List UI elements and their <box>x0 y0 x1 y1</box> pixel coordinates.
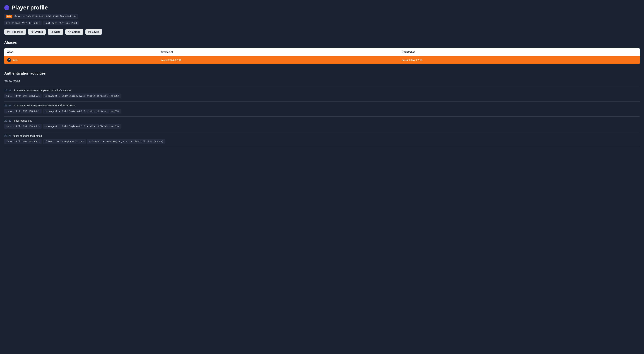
svg-marker-1 <box>31 31 33 33</box>
registered-chip: Registered 24th Jul 2024 <box>4 20 42 25</box>
activity-description: tudor changed their email <box>14 135 42 137</box>
save-icon <box>88 30 91 33</box>
activity-meta-chip: oldEmail = tudor@trytalo.com <box>43 139 86 144</box>
activity-description: tudor logged out <box>14 119 32 122</box>
alias-created: 24 Jul 2024, 22:16 <box>158 56 399 64</box>
activity-time: 20:28 <box>4 119 11 122</box>
activity-meta-chip: ip = ::ffff:192.168.65.1 <box>4 94 42 98</box>
page-title: Player profile <box>12 4 48 11</box>
properties-button[interactable]: Properties <box>4 29 26 35</box>
player-id-chip: DEV Player = 30646727-744d-44b0-8168-f90… <box>4 14 78 19</box>
activity-meta-chip: ip = ::ffff:192.168.65.1 <box>4 124 42 129</box>
stats-label: Stats <box>54 30 60 33</box>
auth-activities-title: Authentication activities <box>4 71 640 75</box>
activity-time: 20:28 <box>4 89 11 92</box>
activity-date-heading: 25 Jul 2024 <box>4 80 640 83</box>
properties-label: Properties <box>11 30 23 33</box>
back-button[interactable]: ← <box>4 5 9 10</box>
talo-icon: T <box>7 58 11 62</box>
alias-name: tudor <box>12 59 18 61</box>
stats-button[interactable]: Stats <box>48 29 63 35</box>
trophy-icon <box>68 30 71 33</box>
activity-time: 20:26 <box>4 135 11 137</box>
events-label: Events <box>34 30 43 33</box>
aliases-title: Aliases <box>4 40 640 44</box>
activity-meta-chip: userAgent = GodotEngine/4.2.1.stable.off… <box>43 94 121 98</box>
lightning-icon <box>31 30 34 33</box>
alias-updated: 24 Jul 2024, 22:16 <box>399 56 640 64</box>
activity-meta-chip: ip = ::ffff:192.168.65.1 <box>4 139 42 144</box>
gear-icon <box>7 30 10 33</box>
player-id-value: Player = 30646727-744d-44b0-8168-f90d936… <box>14 15 76 18</box>
activity-item: 20:26tudor changed their emailip = ::fff… <box>4 132 640 147</box>
aliases-table: Alias Created at Updated at Ttudor24 Jul… <box>4 48 640 64</box>
entries-button[interactable]: Entries <box>65 29 83 35</box>
activity-meta-chip: userAgent = GodotEngine/4.2.1.stable.off… <box>87 139 165 144</box>
saves-label: Saves <box>92 30 99 33</box>
activity-description: A password reset request was made for tu… <box>14 104 75 107</box>
activity-description: A password reset was completed for tudor… <box>14 89 71 92</box>
col-updated: Updated at <box>399 48 640 56</box>
events-button[interactable]: Events <box>28 29 46 35</box>
entries-label: Entries <box>72 30 80 33</box>
last-seen-chip: Last seen 25th Jul 2024 <box>43 20 79 25</box>
arrow-left-icon: ← <box>5 6 8 9</box>
activity-meta-chip: ip = ::ffff:192.168.65.1 <box>4 109 42 114</box>
activity-meta-chip: userAgent = GodotEngine/4.2.1.stable.off… <box>43 124 121 129</box>
activity-item: 20:28A password reset was completed for … <box>4 86 640 101</box>
activity-item: 20:28tudor logged outip = ::ffff:192.168… <box>4 117 640 132</box>
col-alias: Alias <box>4 48 158 56</box>
saves-button[interactable]: Saves <box>86 29 102 35</box>
col-created: Created at <box>158 48 399 56</box>
svg-point-0 <box>8 31 9 32</box>
activity-item: 20:28A password reset request was made f… <box>4 101 640 117</box>
activity-meta-chip: userAgent = GodotEngine/4.2.1.stable.off… <box>43 109 121 114</box>
bar-chart-icon <box>51 30 53 33</box>
table-row[interactable]: Ttudor24 Jul 2024, 22:1624 Jul 2024, 22:… <box>4 56 640 64</box>
dev-badge: DEV <box>6 15 12 18</box>
activity-time: 20:28 <box>4 104 11 107</box>
